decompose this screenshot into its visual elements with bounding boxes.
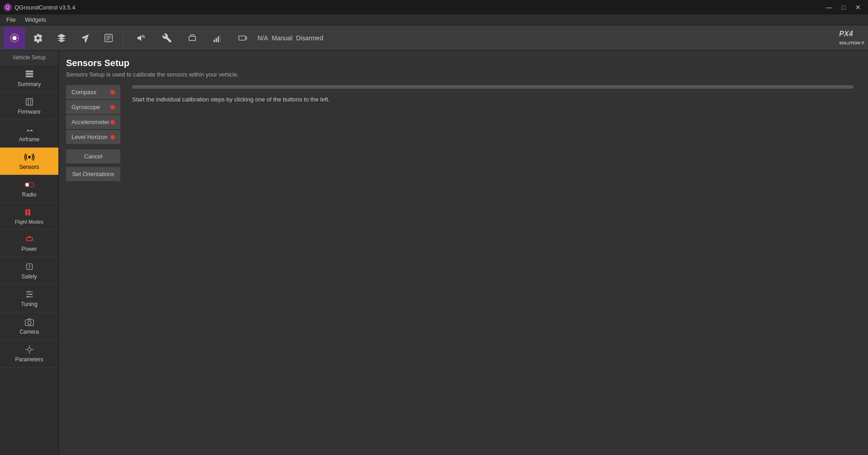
title-bar: Q QGroundControl v3.5.4 — □ ✕ [0, 0, 868, 14]
sidebar-label-flight-modes: Flight Modes [15, 219, 43, 225]
toolbar-signal-button[interactable] [207, 27, 229, 49]
page-subtitle: Sensors Setup is used to calibrate the s… [66, 71, 861, 78]
firmware-icon [24, 97, 34, 107]
svg-rect-25 [28, 209, 30, 216]
sensors-buttons: Compass Gyroscope Accelerometer Level Ho… [66, 85, 125, 448]
sidebar-label-airframe: Airframe [19, 136, 39, 143]
svg-rect-18 [26, 99, 33, 105]
sidebar: Vehicle Setup Summary Firmware Airframe [0, 51, 59, 455]
toolbar-right: PX4SOLUTION ® [839, 30, 864, 46]
compass-indicator [110, 90, 115, 95]
svg-rect-15 [239, 36, 246, 40]
svg-rect-12 [215, 38, 217, 42]
menu-file[interactable]: File [2, 15, 20, 24]
cancel-button[interactable]: Cancel [66, 149, 120, 163]
sidebar-item-flight-modes[interactable]: Flight Modes [0, 203, 58, 230]
title-bar-left: Q QGroundControl v3.5.4 [4, 3, 75, 11]
progress-bar-container [132, 85, 854, 89]
sidebar-item-tuning[interactable]: Tuning [0, 285, 58, 312]
close-button[interactable]: ✕ [852, 2, 864, 12]
summary-icon [24, 69, 34, 79]
svg-rect-26 [26, 237, 32, 240]
svg-point-23 [25, 183, 29, 186]
sidebar-label-firmware: Firmware [18, 109, 41, 115]
tuning-icon [24, 289, 34, 299]
minimize-button[interactable]: — [823, 2, 835, 12]
content-area: Sensors Setup Sensors Setup is used to c… [59, 51, 868, 455]
toolbar-wrench-button[interactable] [156, 27, 178, 49]
toolbar: N/A Manual Disarmed PX4SOLUTION ® [0, 25, 868, 51]
set-orientations-button[interactable]: Set Orientations [66, 167, 120, 181]
sidebar-item-safety[interactable]: Safety [0, 257, 58, 285]
svg-point-38 [28, 321, 31, 324]
svg-point-35 [29, 293, 31, 295]
flight-modes-icon [24, 207, 34, 217]
gyroscope-button[interactable]: Gyroscope [66, 100, 120, 114]
sidebar-label-camera: Camera [19, 329, 39, 335]
toolbar-setup-button[interactable] [27, 27, 49, 49]
sidebar-item-radio[interactable]: Radio [0, 175, 58, 203]
px4-logo: PX4SOLUTION ® [839, 30, 864, 46]
toolbar-plan-button[interactable] [51, 27, 72, 49]
gyroscope-indicator [110, 105, 115, 110]
toolbar-analyze-button[interactable] [98, 27, 119, 49]
svg-point-34 [28, 291, 29, 293]
svg-rect-37 [25, 320, 33, 326]
parameters-icon [24, 345, 34, 354]
sidebar-label-power: Power [21, 246, 37, 252]
arm-status: Disarmed [296, 34, 323, 42]
accelerometer-button[interactable]: Accelerometer [66, 115, 120, 129]
accelerometer-indicator [110, 120, 115, 125]
svg-rect-24 [25, 209, 27, 216]
sidebar-item-parameters[interactable]: Parameters [0, 340, 58, 368]
svg-point-39 [28, 348, 31, 351]
app-logo: Q [4, 3, 12, 11]
sensors-content: Start the individual calibration steps b… [125, 85, 861, 448]
sidebar-item-airframe[interactable]: Airframe [0, 120, 58, 148]
svg-point-36 [27, 296, 29, 298]
toolbar-status: N/A Manual Disarmed [131, 27, 323, 49]
compass-button[interactable]: Compass [66, 85, 120, 99]
sidebar-label-parameters: Parameters [15, 356, 43, 363]
svg-point-1 [12, 36, 16, 40]
battery-status: N/A [258, 34, 268, 42]
svg-point-21 [28, 156, 31, 158]
svg-rect-14 [220, 34, 221, 42]
sidebar-item-summary[interactable]: Summary [0, 65, 58, 92]
svg-marker-6 [138, 35, 141, 41]
title-bar-controls: — □ ✕ [823, 2, 864, 12]
sidebar-label-radio: Radio [22, 192, 36, 198]
level-horizon-indicator [110, 135, 115, 139]
sidebar-header: Vehicle Setup [0, 51, 58, 65]
maximize-button[interactable]: □ [837, 2, 850, 12]
airframe-icon [24, 125, 34, 134]
toolbar-home-button[interactable] [4, 27, 25, 49]
camera-icon [24, 317, 34, 327]
sidebar-item-camera[interactable]: Camera [0, 312, 58, 340]
power-icon [24, 234, 34, 244]
toolbar-fly-button[interactable] [74, 27, 96, 49]
sidebar-item-firmware[interactable]: Firmware [0, 92, 58, 120]
sidebar-item-sensors[interactable]: Sensors [0, 148, 58, 175]
sidebar-item-power[interactable]: Power [0, 230, 58, 257]
toolbar-vehicle-button[interactable] [181, 27, 203, 49]
main-layout: Vehicle Setup Summary Firmware Airframe [0, 51, 868, 455]
menu-widgets[interactable]: Widgets [20, 15, 51, 24]
sensors-icon [24, 152, 34, 162]
sensors-panel: Compass Gyroscope Accelerometer Level Ho… [66, 85, 861, 448]
toolbar-speaker-button[interactable] [131, 27, 153, 49]
mode-status: Manual [272, 34, 292, 42]
sidebar-label-sensors: Sensors [19, 164, 39, 170]
svg-rect-27 [28, 236, 31, 238]
radio-icon [24, 180, 34, 190]
safety-icon [24, 262, 34, 272]
sidebar-label-safety: Safety [21, 273, 37, 280]
app-title: QGroundControl v3.5.4 [14, 4, 75, 11]
svg-rect-11 [214, 39, 215, 42]
toolbar-separator [123, 30, 124, 46]
svg-rect-7 [189, 36, 196, 40]
toolbar-battery-button[interactable] [232, 27, 254, 49]
page-title: Sensors Setup [66, 58, 861, 68]
instructions-text: Start the individual calibration steps b… [132, 96, 854, 103]
level-horizon-button[interactable]: Level Horizon [66, 130, 120, 144]
